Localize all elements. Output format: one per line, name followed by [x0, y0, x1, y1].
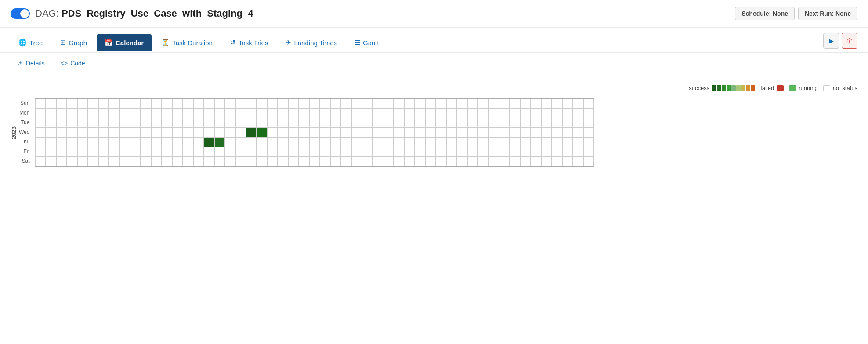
cal-cell[interactable]: [362, 137, 373, 147]
cal-cell[interactable]: [246, 108, 257, 118]
cal-cell[interactable]: [583, 128, 594, 137]
cal-cell[interactable]: [56, 118, 67, 128]
cal-cell[interactable]: [309, 99, 320, 108]
cal-cell[interactable]: [351, 108, 362, 118]
cal-cell[interactable]: [499, 147, 510, 157]
cal-cell[interactable]: [562, 99, 573, 108]
cal-cell[interactable]: [499, 118, 510, 128]
cal-cell[interactable]: [56, 157, 67, 166]
cal-cell[interactable]: [467, 157, 478, 166]
cal-cell[interactable]: [88, 137, 98, 147]
cal-cell[interactable]: [183, 108, 193, 118]
cal-cell[interactable]: [162, 137, 172, 147]
cal-cell[interactable]: [341, 147, 351, 157]
cal-cell[interactable]: [278, 137, 288, 147]
cal-cell[interactable]: [373, 118, 383, 128]
cal-cell[interactable]: [362, 99, 373, 108]
cal-cell[interactable]: [35, 147, 46, 157]
cal-cell[interactable]: [67, 118, 77, 128]
cal-cell[interactable]: [204, 99, 214, 108]
cal-cell[interactable]: [562, 157, 573, 166]
cal-cell[interactable]: [478, 99, 488, 108]
cal-cell[interactable]: [499, 157, 510, 166]
cal-cell[interactable]: [267, 108, 278, 118]
cal-cell[interactable]: [341, 99, 351, 108]
cal-cell[interactable]: [35, 157, 46, 166]
cal-cell[interactable]: [457, 137, 467, 147]
cal-cell[interactable]: [225, 147, 235, 157]
cal-cell[interactable]: [373, 99, 383, 108]
cal-cell[interactable]: [583, 108, 594, 118]
cal-cell[interactable]: [383, 147, 394, 157]
cal-cell[interactable]: [119, 157, 130, 166]
cal-cell[interactable]: [510, 99, 520, 108]
cal-cell[interactable]: [267, 147, 278, 157]
cal-cell[interactable]: [299, 157, 309, 166]
cal-cell[interactable]: [467, 99, 478, 108]
cal-cell[interactable]: [267, 157, 278, 166]
cal-cell[interactable]: [162, 147, 172, 157]
cal-cell[interactable]: [119, 118, 130, 128]
cal-cell[interactable]: [351, 147, 362, 157]
cal-cell[interactable]: [457, 99, 467, 108]
cal-cell[interactable]: [383, 108, 394, 118]
cal-cell[interactable]: [151, 118, 162, 128]
cal-cell[interactable]: [67, 108, 77, 118]
tab-code[interactable]: <> Code: [54, 56, 92, 70]
cal-cell[interactable]: [288, 147, 299, 157]
tab-task-duration[interactable]: ⏳ Task Duration: [153, 34, 221, 51]
cal-cell[interactable]: [383, 137, 394, 147]
cal-cell[interactable]: [288, 118, 299, 128]
cal-cell[interactable]: [119, 108, 130, 118]
cal-cell[interactable]: [257, 157, 267, 166]
cal-cell[interactable]: [162, 128, 172, 137]
cal-cell[interactable]: [130, 147, 141, 157]
cal-cell[interactable]: [583, 137, 594, 147]
cal-cell[interactable]: [583, 118, 594, 128]
cal-cell[interactable]: [383, 99, 394, 108]
cal-cell[interactable]: [330, 147, 341, 157]
cal-cell[interactable]: [499, 137, 510, 147]
cal-cell[interactable]: [583, 99, 594, 108]
cal-cell[interactable]: [98, 118, 109, 128]
cal-cell[interactable]: [46, 147, 56, 157]
cal-cell[interactable]: [404, 137, 415, 147]
cal-cell[interactable]: [56, 108, 67, 118]
cal-cell[interactable]: [362, 157, 373, 166]
cal-cell[interactable]: [67, 147, 77, 157]
cal-cell[interactable]: [541, 108, 552, 118]
cal-cell[interactable]: [278, 99, 288, 108]
cal-cell[interactable]: [446, 147, 457, 157]
cal-cell[interactable]: [478, 147, 488, 157]
cal-cell[interactable]: [109, 128, 119, 137]
cal-cell[interactable]: [225, 157, 235, 166]
cal-cell[interactable]: [425, 99, 436, 108]
cal-cell[interactable]: [552, 157, 562, 166]
cal-cell[interactable]: [425, 137, 436, 147]
cal-cell[interactable]: [77, 147, 88, 157]
cal-cell[interactable]: [320, 128, 330, 137]
cal-cell[interactable]: [436, 99, 446, 108]
cal-cell[interactable]: [257, 128, 267, 137]
cal-cell[interactable]: [394, 128, 404, 137]
cal-cell[interactable]: [341, 157, 351, 166]
cal-cell[interactable]: [320, 108, 330, 118]
cal-cell[interactable]: [457, 118, 467, 128]
cal-cell[interactable]: [172, 137, 183, 147]
cal-cell[interactable]: [320, 157, 330, 166]
cal-cell[interactable]: [225, 108, 235, 118]
cal-cell[interactable]: [267, 137, 278, 147]
cal-cell[interactable]: [404, 108, 415, 118]
cal-cell[interactable]: [541, 157, 552, 166]
cal-cell[interactable]: [351, 118, 362, 128]
cal-cell[interactable]: [351, 99, 362, 108]
cal-cell[interactable]: [330, 99, 341, 108]
cal-cell[interactable]: [436, 118, 446, 128]
cal-cell[interactable]: [67, 99, 77, 108]
cal-cell[interactable]: [478, 128, 488, 137]
cal-cell[interactable]: [172, 118, 183, 128]
cal-cell[interactable]: [257, 108, 267, 118]
cal-cell[interactable]: [278, 147, 288, 157]
cal-cell[interactable]: [288, 128, 299, 137]
cal-cell[interactable]: [341, 137, 351, 147]
